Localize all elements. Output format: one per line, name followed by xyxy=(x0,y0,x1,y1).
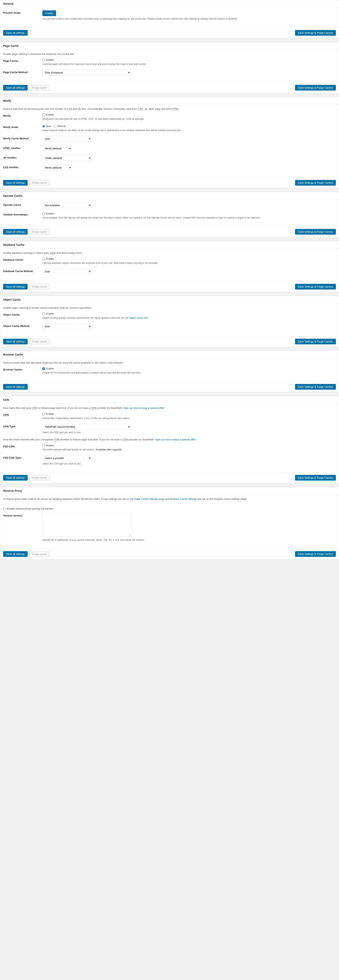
save-all-button[interactable]: Save all settings xyxy=(3,284,28,290)
save-all-button[interactable]: Save all settings xyxy=(3,384,28,390)
save-all-button[interactable]: Save all settings xyxy=(3,30,28,36)
html-minifier-select[interactable]: Minify (default) xyxy=(42,146,72,151)
opcode-cache-label: Opcode Cache xyxy=(3,202,42,207)
db-cache-label: Database Cache: xyxy=(3,257,42,261)
opcode-cache-select[interactable]: Not Available xyxy=(42,202,91,208)
save-purge-button[interactable]: Save Settings & Purge Caches xyxy=(295,85,336,91)
save-all-button[interactable]: Save all settings xyxy=(3,475,28,480)
save-all-button[interactable]: Save all settings xyxy=(3,339,28,344)
js-minifier-label: JS minifier: xyxy=(3,155,42,159)
minify-mode-auto[interactable]: Auto xyxy=(42,125,51,127)
save-purge-button[interactable]: Save Settings & Purge Caches xyxy=(295,284,336,290)
save-purge-button[interactable]: Save Settings & Purge Caches xyxy=(295,229,336,235)
save-purge-button[interactable]: Save Settings & Purge Caches xyxy=(295,475,336,480)
browser-cache-settings-link[interactable]: Browser Cache settings xyxy=(170,498,197,500)
minify-auto-radio[interactable] xyxy=(42,125,45,127)
preview-mode-label: Preview mode: xyxy=(3,10,42,14)
db-cache-intro: Enable database caching to reduce post, … xyxy=(3,251,336,255)
browser-cache-checkbox[interactable] xyxy=(42,368,45,370)
panel-title: Database Cache xyxy=(0,241,339,248)
minify-manual-radio[interactable] xyxy=(54,125,56,127)
minify-enable[interactable]: Enable xyxy=(42,113,54,116)
db-cache-checkbox[interactable] xyxy=(42,258,45,260)
page-cache-method-select[interactable]: Disk: Enhanced xyxy=(42,70,131,75)
panel-title: Minify xyxy=(0,97,339,105)
fsd-cdn-label: FSD CDN: xyxy=(3,444,42,448)
fsd-cdn-enable[interactable]: Enable xyxy=(42,444,54,447)
minify-mode-label: Minify mode: xyxy=(3,125,42,129)
page-cache-settings-link[interactable]: Page Cache settings xyxy=(134,498,158,500)
save-all-button[interactable]: Save all settings xyxy=(3,180,28,186)
save-purge-button[interactable]: Save Settings & Purge Caches xyxy=(295,339,336,344)
save-purge-button[interactable]: Save Settings & Purge Caches xyxy=(295,551,336,557)
cdn-label: CDN: xyxy=(3,412,42,416)
css-minifier-select[interactable]: Minify (default) xyxy=(42,165,72,170)
page-cache-enable[interactable]: Enable xyxy=(42,59,54,61)
empty-cache-button[interactable]: Empty cache xyxy=(29,180,50,186)
varnish-servers-textarea[interactable] xyxy=(42,513,131,537)
reverse-proxy-checkbox[interactable] xyxy=(3,508,6,510)
panel-title: Opcode Cache xyxy=(0,192,339,199)
browser-cache-enable[interactable]: Enable xyxy=(42,367,54,370)
panel-general: General Preview mode: Enable Use preview… xyxy=(0,0,339,38)
cdn-desc: Theme files, media library attachments, … xyxy=(42,417,336,420)
minify-mode-desc: Select manual mode to use fields on the … xyxy=(42,129,336,132)
save-all-button[interactable]: Save all settings xyxy=(3,229,28,235)
cdn-checkbox[interactable] xyxy=(42,413,45,415)
obj-cache-label: Object Cache: xyxy=(3,312,42,316)
varnish-desc: Specify the IP addresses of your varnish… xyxy=(42,538,336,542)
empty-cache-button[interactable]: Empty cache xyxy=(29,475,50,480)
object-cache-api-link[interactable]: Object Cache API xyxy=(129,317,148,319)
panel-browser-cache: Browser Cache Reduce server load and dec… xyxy=(0,351,339,392)
enable-preview-button[interactable]: Enable xyxy=(42,10,56,16)
panel-obj-cache: Object Cache Enable object caching to fu… xyxy=(0,296,339,347)
cdn-type-select[interactable]: StackPath (recommended) xyxy=(42,424,131,430)
varnish-servers-label: Varnish servers: xyxy=(3,513,42,517)
db-cache-method-select[interactable]: Disk xyxy=(42,269,91,274)
reverse-proxy-enable[interactable]: Enable reverse proxy caching via varnish xyxy=(3,507,53,510)
empty-cache-button[interactable]: Empty cache xyxy=(29,229,50,235)
save-purge-button[interactable]: Save Settings & Purge Caches xyxy=(295,180,336,186)
cdn-signup-link[interactable]: Sign up now to enjoy a special offer! xyxy=(123,407,165,409)
obj-cache-enable[interactable]: Enable xyxy=(42,312,54,315)
save-all-button[interactable]: Save all settings xyxy=(3,551,28,557)
fsd-desc: The entire website will load quickly for… xyxy=(42,448,336,452)
db-cache-desc: Caching database objects decreases the r… xyxy=(42,261,336,265)
preview-desc: Use preview mode to test configuration s… xyxy=(42,17,336,21)
empty-cache-button[interactable]: Empty cache xyxy=(29,284,50,290)
minify-intro: Reduce load time by decreasing the size … xyxy=(3,107,336,110)
panel-title: Object Cache xyxy=(0,296,339,304)
obj-cache-checkbox[interactable] xyxy=(42,313,45,315)
obj-cache-method-label: Object Cache Method: xyxy=(3,324,42,328)
panel-title: General xyxy=(0,0,339,8)
panel-page-cache: Page Cache Enable page caching to decrea… xyxy=(0,42,339,93)
page-cache-intro: Enable page caching to decrease the resp… xyxy=(3,52,336,56)
save-purge-button[interactable]: Save Settings & Purge Caches xyxy=(295,384,336,390)
fsd-cdn-type-select[interactable]: Select a provider xyxy=(42,455,91,461)
purge-cache-button[interactable]: Purge cache xyxy=(29,551,50,557)
minify-checkbox[interactable] xyxy=(42,114,45,116)
minify-label: Minify: xyxy=(3,113,42,117)
validate-checkbox[interactable] xyxy=(42,212,45,215)
fsd-signup-link[interactable]: Sign up now to enjoy a special offer! xyxy=(155,438,196,441)
db-cache-method-label: Database Cache Method: xyxy=(3,269,42,273)
minify-mode-manual[interactable]: Manual xyxy=(54,125,66,127)
db-cache-enable[interactable]: Enable xyxy=(42,257,54,260)
js-minifier-select[interactable]: JSMin (default) xyxy=(42,155,91,161)
page-cache-method-label: Page Cache Method: xyxy=(3,70,42,74)
empty-cache-button[interactable]: Empty cache xyxy=(29,339,50,344)
css-minifier-label: CSS minifier: xyxy=(3,165,42,169)
page-cache-checkbox[interactable] xyxy=(42,59,45,61)
cdn-enable[interactable]: Enable xyxy=(42,412,54,415)
cdn-type-label: CDN Type: xyxy=(3,424,42,428)
fsd-cdn-checkbox[interactable] xyxy=(42,444,45,447)
obj-cache-method-select[interactable]: Disk xyxy=(42,324,91,329)
cdn-intro: Host static files with your CDN to reduc… xyxy=(3,407,336,409)
save-purge-button[interactable]: Save Settings & Purge Caches xyxy=(295,30,336,36)
fsd-type-desc: Select the CDN type you wish to use. xyxy=(42,462,336,466)
browser-cache-label: Browser Cache: xyxy=(3,367,42,371)
empty-cache-button[interactable]: Empty cache xyxy=(29,85,50,91)
save-all-button[interactable]: Save all settings xyxy=(3,85,28,91)
minify-cache-method-select[interactable]: Disk xyxy=(42,136,91,142)
validate-enable[interactable]: Enable xyxy=(42,212,54,215)
